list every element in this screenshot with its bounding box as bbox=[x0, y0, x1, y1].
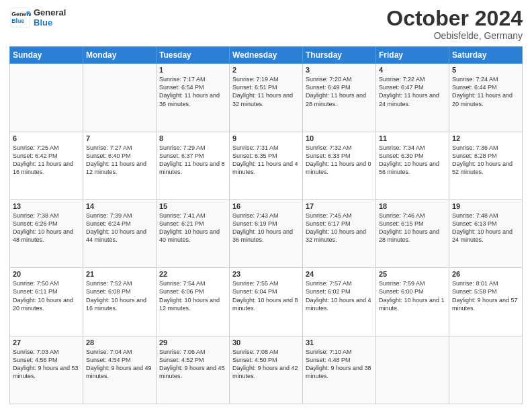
day-info: Sunrise: 7:46 AM Sunset: 6:15 PM Dayligh… bbox=[379, 212, 446, 244]
day-info: Sunrise: 7:38 AM Sunset: 6:26 PM Dayligh… bbox=[13, 212, 80, 244]
day-number: 6 bbox=[13, 134, 80, 142]
day-number: 28 bbox=[86, 338, 153, 347]
day-cell: 28Sunrise: 7:04 AM Sunset: 4:54 PM Dayli… bbox=[83, 336, 157, 404]
day-cell: 24Sunrise: 7:57 AM Sunset: 6:02 PM Dayli… bbox=[303, 268, 376, 336]
day-info: Sunrise: 7:10 AM Sunset: 4:48 PM Dayligh… bbox=[306, 348, 373, 381]
day-cell: 5Sunrise: 7:24 AM Sunset: 6:44 PM Daylig… bbox=[449, 64, 523, 132]
logo-text: General Blue bbox=[34, 7, 66, 28]
day-cell: 7Sunrise: 7:27 AM Sunset: 6:40 PM Daylig… bbox=[83, 132, 157, 199]
weekday-header-thursday: Thursday bbox=[303, 47, 376, 64]
day-cell: 2Sunrise: 7:19 AM Sunset: 6:51 PM Daylig… bbox=[230, 64, 303, 132]
day-info: Sunrise: 7:52 AM Sunset: 6:08 PM Dayligh… bbox=[86, 279, 153, 312]
day-info: Sunrise: 7:27 AM Sunset: 6:40 PM Dayligh… bbox=[86, 144, 153, 177]
weekday-header-sunday: Sunday bbox=[10, 47, 83, 64]
day-cell: 30Sunrise: 7:08 AM Sunset: 4:50 PM Dayli… bbox=[230, 336, 303, 404]
day-number: 16 bbox=[232, 202, 300, 210]
day-number: 19 bbox=[452, 202, 519, 210]
day-number: 17 bbox=[306, 202, 373, 210]
day-cell: 15Sunrise: 7:41 AM Sunset: 6:21 PM Dayli… bbox=[157, 199, 230, 267]
day-number: 20 bbox=[13, 270, 80, 278]
day-info: Sunrise: 7:08 AM Sunset: 4:50 PM Dayligh… bbox=[232, 348, 300, 381]
day-number: 31 bbox=[306, 338, 373, 347]
day-info: Sunrise: 7:31 AM Sunset: 6:35 PM Dayligh… bbox=[232, 144, 300, 177]
day-number: 14 bbox=[86, 202, 153, 210]
day-cell: 31Sunrise: 7:10 AM Sunset: 4:48 PM Dayli… bbox=[303, 336, 376, 404]
day-cell: 14Sunrise: 7:39 AM Sunset: 6:24 PM Dayli… bbox=[83, 199, 157, 267]
day-info: Sunrise: 7:29 AM Sunset: 6:37 PM Dayligh… bbox=[159, 144, 226, 177]
day-cell bbox=[83, 64, 157, 132]
day-cell: 6Sunrise: 7:25 AM Sunset: 6:42 PM Daylig… bbox=[10, 132, 83, 199]
day-number: 13 bbox=[13, 202, 80, 210]
day-info: Sunrise: 7:34 AM Sunset: 6:30 PM Dayligh… bbox=[379, 144, 446, 177]
day-info: Sunrise: 7:43 AM Sunset: 6:19 PM Dayligh… bbox=[232, 212, 300, 244]
logo-icon: General Blue bbox=[9, 7, 31, 28]
day-info: Sunrise: 7:22 AM Sunset: 6:47 PM Dayligh… bbox=[379, 75, 446, 108]
day-number: 25 bbox=[379, 270, 446, 278]
day-cell: 25Sunrise: 7:59 AM Sunset: 6:00 PM Dayli… bbox=[376, 268, 449, 336]
location: Oebisfelde, Germany bbox=[386, 30, 523, 41]
month-title: October 2024 bbox=[386, 7, 523, 30]
week-row-4: 20Sunrise: 7:50 AM Sunset: 6:11 PM Dayli… bbox=[10, 268, 523, 336]
day-number: 12 bbox=[452, 134, 519, 142]
calendar-table: SundayMondayTuesdayWednesdayThursdayFrid… bbox=[9, 46, 523, 404]
page: General Blue General Blue October 2024 O… bbox=[0, 0, 532, 411]
day-number: 10 bbox=[306, 134, 373, 142]
day-number: 18 bbox=[379, 202, 446, 210]
day-info: Sunrise: 7:39 AM Sunset: 6:24 PM Dayligh… bbox=[86, 212, 153, 244]
day-cell bbox=[10, 64, 83, 132]
day-cell: 13Sunrise: 7:38 AM Sunset: 6:26 PM Dayli… bbox=[10, 199, 83, 267]
day-cell bbox=[449, 336, 523, 404]
day-cell: 26Sunrise: 8:01 AM Sunset: 5:58 PM Dayli… bbox=[449, 268, 523, 336]
day-cell: 21Sunrise: 7:52 AM Sunset: 6:08 PM Dayli… bbox=[83, 268, 157, 336]
week-row-3: 13Sunrise: 7:38 AM Sunset: 6:26 PM Dayli… bbox=[10, 199, 523, 267]
day-number: 30 bbox=[232, 338, 300, 347]
day-info: Sunrise: 7:24 AM Sunset: 6:44 PM Dayligh… bbox=[452, 75, 519, 108]
weekday-header-saturday: Saturday bbox=[449, 47, 523, 64]
day-info: Sunrise: 7:57 AM Sunset: 6:02 PM Dayligh… bbox=[306, 279, 373, 312]
day-cell: 29Sunrise: 7:06 AM Sunset: 4:52 PM Dayli… bbox=[157, 336, 230, 404]
day-cell: 9Sunrise: 7:31 AM Sunset: 6:35 PM Daylig… bbox=[230, 132, 303, 199]
day-info: Sunrise: 7:04 AM Sunset: 4:54 PM Dayligh… bbox=[86, 348, 153, 381]
day-number: 27 bbox=[13, 338, 80, 347]
day-number: 3 bbox=[306, 66, 373, 74]
day-cell: 19Sunrise: 7:48 AM Sunset: 6:13 PM Dayli… bbox=[449, 199, 523, 267]
day-info: Sunrise: 7:54 AM Sunset: 6:06 PM Dayligh… bbox=[159, 279, 226, 312]
day-cell: 12Sunrise: 7:36 AM Sunset: 6:28 PM Dayli… bbox=[449, 132, 523, 199]
day-cell: 23Sunrise: 7:55 AM Sunset: 6:04 PM Dayli… bbox=[230, 268, 303, 336]
week-row-5: 27Sunrise: 7:03 AM Sunset: 4:56 PM Dayli… bbox=[10, 336, 523, 404]
day-number: 15 bbox=[159, 202, 226, 210]
day-info: Sunrise: 7:20 AM Sunset: 6:49 PM Dayligh… bbox=[306, 75, 373, 108]
day-cell: 3Sunrise: 7:20 AM Sunset: 6:49 PM Daylig… bbox=[303, 64, 376, 132]
day-cell: 17Sunrise: 7:45 AM Sunset: 6:17 PM Dayli… bbox=[303, 199, 376, 267]
day-cell: 20Sunrise: 7:50 AM Sunset: 6:11 PM Dayli… bbox=[10, 268, 83, 336]
day-info: Sunrise: 7:17 AM Sunset: 6:54 PM Dayligh… bbox=[159, 75, 226, 108]
day-cell: 1Sunrise: 7:17 AM Sunset: 6:54 PM Daylig… bbox=[157, 64, 230, 132]
logo: General Blue General Blue bbox=[9, 7, 66, 28]
day-info: Sunrise: 7:19 AM Sunset: 6:51 PM Dayligh… bbox=[232, 75, 300, 108]
day-number: 21 bbox=[86, 270, 153, 278]
day-number: 23 bbox=[232, 270, 300, 278]
day-cell: 11Sunrise: 7:34 AM Sunset: 6:30 PM Dayli… bbox=[376, 132, 449, 199]
day-cell: 10Sunrise: 7:32 AM Sunset: 6:33 PM Dayli… bbox=[303, 132, 376, 199]
title-block: October 2024 Oebisfelde, Germany bbox=[386, 7, 523, 41]
day-number: 22 bbox=[159, 270, 226, 278]
svg-text:Blue: Blue bbox=[11, 17, 24, 24]
day-info: Sunrise: 7:59 AM Sunset: 6:00 PM Dayligh… bbox=[379, 279, 446, 312]
day-number: 11 bbox=[379, 134, 446, 142]
day-info: Sunrise: 7:03 AM Sunset: 4:56 PM Dayligh… bbox=[13, 348, 80, 381]
day-number: 7 bbox=[86, 134, 153, 142]
day-info: Sunrise: 8:01 AM Sunset: 5:58 PM Dayligh… bbox=[452, 279, 519, 312]
day-cell: 16Sunrise: 7:43 AM Sunset: 6:19 PM Dayli… bbox=[230, 199, 303, 267]
weekday-header-friday: Friday bbox=[376, 47, 449, 64]
day-info: Sunrise: 7:50 AM Sunset: 6:11 PM Dayligh… bbox=[13, 279, 80, 312]
weekday-header-monday: Monday bbox=[83, 47, 157, 64]
day-info: Sunrise: 7:48 AM Sunset: 6:13 PM Dayligh… bbox=[452, 212, 519, 244]
day-number: 26 bbox=[452, 270, 519, 278]
day-number: 2 bbox=[232, 66, 300, 74]
day-info: Sunrise: 7:41 AM Sunset: 6:21 PM Dayligh… bbox=[159, 212, 226, 244]
day-info: Sunrise: 7:45 AM Sunset: 6:17 PM Dayligh… bbox=[306, 212, 373, 244]
weekday-header-row: SundayMondayTuesdayWednesdayThursdayFrid… bbox=[10, 47, 523, 64]
header: General Blue General Blue October 2024 O… bbox=[9, 7, 523, 41]
day-cell: 8Sunrise: 7:29 AM Sunset: 6:37 PM Daylig… bbox=[157, 132, 230, 199]
day-cell bbox=[376, 336, 449, 404]
